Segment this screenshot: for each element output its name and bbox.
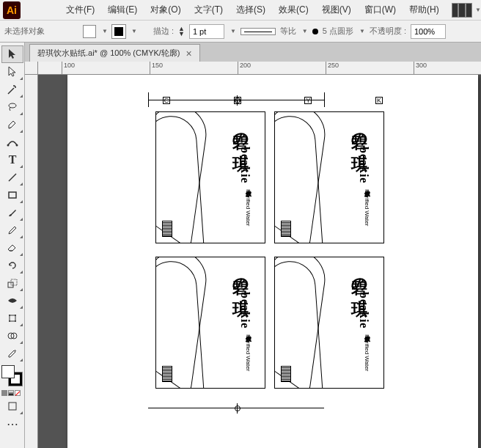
pencil-tool[interactable] [1,221,23,239]
svg-point-9 [15,315,16,316]
label-instance: 碧の琪 beakie 饮用泉水 Purified Water [155,111,265,243]
opacity-label: 不透明度 : [370,26,406,37]
label-instance: 碧の琪 beakie 饮用泉水 Purified Water [274,257,384,389]
crosshair-bottom-icon [232,403,243,414]
selection-tool[interactable] [1,45,23,63]
svg-rect-4 [9,192,16,198]
magic-wand-tool[interactable] [1,81,23,98]
color-mode-row[interactable] [0,389,24,397]
menu-window[interactable]: 窗口(W) [359,0,402,21]
menu-select[interactable]: 选择(S) [230,0,271,21]
barcode-icon [281,221,291,237]
ruler-origin[interactable] [25,62,38,75]
pen-tool[interactable] [1,116,23,133]
barcode-icon [162,366,172,382]
artboard: C M Y K 碧の琪 [67,75,478,448]
line-tool[interactable] [1,169,23,186]
svg-rect-7 [10,315,15,321]
svg-point-1 [7,144,10,147]
edit-toolbar-button[interactable]: ⋯ [1,415,23,433]
opacity-input[interactable] [411,24,446,39]
label-latin-text: beakie [230,147,251,183]
app-logo: Ai [3,1,21,19]
brush-value[interactable]: 5 点圆形 [323,26,353,37]
brush-dropdown-icon[interactable]: ▼ [359,28,365,34]
stroke-profile[interactable] [240,28,276,35]
fill-stroke-indicator[interactable] [1,365,22,386]
stroke-weight-dropdown-icon[interactable]: ▼ [230,28,236,34]
rectangle-tool[interactable] [1,186,23,204]
svg-point-11 [15,320,16,322]
tool-panel: T ⋯ [0,43,25,448]
menu-view[interactable]: 视图(V) [316,0,357,21]
label-cjk-text: 碧の琪 [230,121,251,144]
svg-point-10 [9,320,10,322]
menu-effect[interactable]: 效果(C) [273,0,315,21]
document-tab-title: 碧琪饮水贴纸.ai* @ 100% (CMYK/轮廓) [37,48,180,59]
label-sub2-text: Purified Water [230,189,251,226]
fill-swatch[interactable] [83,25,96,38]
shape-builder-tool[interactable] [1,327,23,345]
trim-line-top [148,100,324,100]
label-instance: 碧の琪 beakie 饮用泉水 Purified Water [155,257,265,389]
stroke-weight-input[interactable] [189,24,224,39]
stroke-label: 描边 : [153,26,174,37]
reg-k-icon: K [375,97,383,104]
canvas[interactable]: C M Y K 碧の琪 [38,75,481,448]
trim-line-bottom [148,408,324,408]
stroke-swatch[interactable] [112,25,125,38]
eyedropper-tool[interactable] [1,345,23,362]
svg-rect-14 [9,403,16,410]
trim-line-right [324,92,325,107]
type-tool[interactable]: T [1,151,23,169]
control-bar: 未选择对象 ▼ ▼ 描边 : ▲▼ ▼ 等比 ▼ 5 点圆形 ▼ 不透明度 : [0,21,481,43]
screen-mode-tool[interactable] [1,397,23,415]
profile-dropdown-icon[interactable]: ▼ [302,28,308,34]
reg-c-icon: C [163,97,170,104]
barcode-icon [281,366,291,382]
brush-preview-icon [312,29,318,34]
menu-object[interactable]: 对象(O) [144,0,186,21]
rotate-tool[interactable] [1,257,23,274]
document-tab-bar: 碧琪饮水贴纸.ai* @ 100% (CMYK/轮廓) × [25,43,481,62]
label-artwork-grid: 碧の琪 beakie 饮用泉水 Purified Water 碧の琪 [155,111,384,389]
menu-edit[interactable]: 编辑(E) [102,0,143,21]
direct-selection-tool[interactable] [1,63,23,81]
menu-help[interactable]: 帮助(H) [403,0,445,21]
crosshair-top-icon [232,95,243,106]
close-icon[interactable]: × [186,48,192,59]
workspace-dropdown-icon[interactable]: ▼ [475,7,481,13]
vertical-ruler[interactable] [25,75,38,448]
eraser-tool[interactable] [1,239,23,257]
selection-status: 未选择对象 [4,26,45,37]
uniform-label: 等比 [280,26,296,37]
free-transform-tool[interactable] [1,309,23,327]
fill-color-icon[interactable] [1,365,15,378]
menu-file[interactable]: 文件(F) [60,0,100,21]
scale-tool[interactable] [1,274,23,292]
lasso-tool[interactable] [1,98,23,116]
width-tool[interactable] [1,292,23,309]
svg-point-8 [9,315,10,316]
menu-type[interactable]: 文字(T) [188,0,229,21]
document-area: 碧琪饮水贴纸.ai* @ 100% (CMYK/轮廓) × 100 150 20… [25,43,481,448]
label-instance: 碧の琪 beakie 饮用泉水 Purified Water [274,111,384,243]
document-tab[interactable]: 碧琪饮水贴纸.ai* @ 100% (CMYK/轮廓) × [29,44,200,62]
curvature-tool[interactable] [1,133,23,151]
reg-y-icon: Y [304,97,312,104]
paintbrush-tool[interactable] [1,204,23,221]
barcode-icon [162,221,172,237]
stroke-dropdown-icon[interactable]: ▼ [131,28,137,34]
trim-line-left [148,92,149,107]
svg-line-3 [9,174,16,181]
stepper-icon[interactable]: ▲▼ [178,26,185,37]
fill-dropdown-icon[interactable]: ▼ [102,28,108,34]
horizontal-ruler[interactable]: 100 150 200 250 300 [38,62,481,75]
svg-point-2 [16,144,18,147]
menu-bar: Ai 文件(F) 编辑(E) 对象(O) 文字(T) 选择(S) 效果(C) 视… [0,0,481,21]
workspace-switcher-icon[interactable] [452,3,472,18]
registration-marks: C M Y K [163,97,383,106]
